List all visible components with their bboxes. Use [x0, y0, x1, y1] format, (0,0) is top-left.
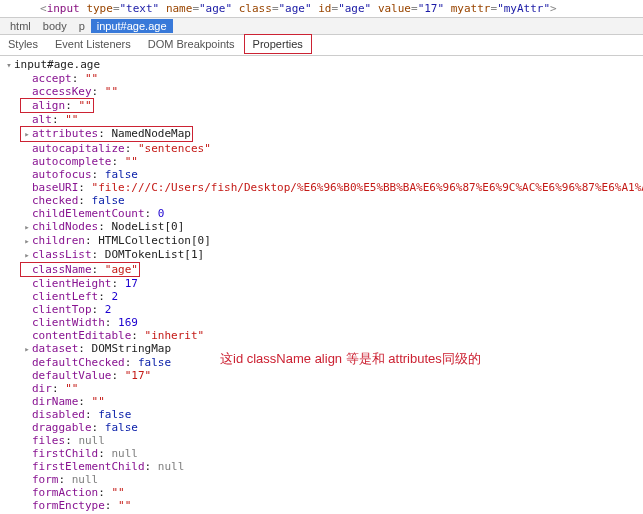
- property-value: "": [125, 155, 138, 168]
- property-value: 2: [105, 303, 112, 316]
- properties-panel[interactable]: input#age.age accept: ""accessKey: ""ali…: [0, 56, 643, 514]
- property-key: form: [32, 473, 59, 486]
- property-row[interactable]: firstElementChild: null: [4, 460, 643, 473]
- property-row[interactable]: align: "": [4, 98, 643, 113]
- property-row[interactable]: dir: "": [4, 382, 643, 395]
- property-row[interactable]: files: null: [4, 434, 643, 447]
- expand-arrow-icon[interactable]: [4, 59, 14, 72]
- root-object-row[interactable]: input#age.age: [4, 58, 643, 72]
- property-value: DOMStringMap: [92, 342, 171, 355]
- property-row[interactable]: autocapitalize: "sentences": [4, 142, 643, 155]
- property-value: false: [98, 408, 131, 421]
- property-key: accept: [32, 72, 72, 85]
- breadcrumb-item[interactable]: body: [37, 19, 73, 33]
- property-key: className: [32, 263, 92, 276]
- property-value: "inherit": [145, 329, 205, 342]
- breadcrumb-item-selected[interactable]: input#age.age: [91, 19, 173, 33]
- tab-properties[interactable]: Properties: [244, 34, 312, 54]
- expand-arrow-icon[interactable]: [22, 343, 32, 356]
- property-value: 0: [158, 207, 165, 220]
- property-key: draggable: [32, 421, 92, 434]
- property-key: classList: [32, 248, 92, 261]
- property-row[interactable]: contentEditable: "inherit": [4, 329, 643, 342]
- property-row[interactable]: clientLeft: 2: [4, 290, 643, 303]
- property-value: false: [105, 421, 138, 434]
- property-key: dataset: [32, 342, 78, 355]
- expand-arrow-icon[interactable]: [22, 235, 32, 248]
- property-value: false: [138, 356, 171, 369]
- property-value: "": [65, 113, 78, 126]
- devtools-tabs: StylesEvent ListenersDOM BreakpointsProp…: [0, 35, 643, 56]
- expand-arrow-icon[interactable]: [22, 249, 32, 262]
- breadcrumb-item[interactable]: html: [4, 19, 37, 33]
- property-key: defaultChecked: [32, 356, 125, 369]
- property-value: false: [105, 168, 138, 181]
- expand-arrow-icon[interactable]: [22, 221, 32, 234]
- property-value: HTMLCollection[0]: [98, 234, 211, 247]
- tab-styles[interactable]: Styles: [0, 35, 47, 55]
- property-key: align: [32, 99, 65, 112]
- property-row[interactable]: clientHeight: 17: [4, 277, 643, 290]
- property-key: disabled: [32, 408, 85, 421]
- property-row[interactable]: clientTop: 2: [4, 303, 643, 316]
- property-key: clientTop: [32, 303, 92, 316]
- property-value: "": [78, 99, 91, 112]
- property-key: accessKey: [32, 85, 92, 98]
- property-value: "": [105, 85, 118, 98]
- property-value: DOMTokenList[1]: [105, 248, 204, 261]
- property-key: clientHeight: [32, 277, 111, 290]
- property-value: null: [72, 473, 99, 486]
- property-key: dir: [32, 382, 52, 395]
- property-row[interactable]: defaultValue: "17": [4, 369, 643, 382]
- property-row[interactable]: formEnctype: "": [4, 499, 643, 512]
- property-key: formAction: [32, 486, 98, 499]
- property-row[interactable]: formAction: "": [4, 486, 643, 499]
- property-row[interactable]: checked: false: [4, 194, 643, 207]
- breadcrumb-item[interactable]: p: [73, 19, 91, 33]
- property-key: childNodes: [32, 220, 98, 233]
- property-value: "": [111, 486, 124, 499]
- property-row[interactable]: autocomplete: "": [4, 155, 643, 168]
- source-line: <input type="text" name="age" class="age…: [0, 0, 643, 17]
- property-value: 17: [125, 277, 138, 290]
- property-row[interactable]: childElementCount: 0: [4, 207, 643, 220]
- property-row[interactable]: draggable: false: [4, 421, 643, 434]
- property-row[interactable]: dirName: "": [4, 395, 643, 408]
- property-value: "": [118, 499, 131, 512]
- property-row[interactable]: baseURI: "file:///C:/Users/fish/Desktop/…: [4, 181, 643, 194]
- tab-dom-breakpoints[interactable]: DOM Breakpoints: [140, 35, 244, 55]
- property-row[interactable]: alt: "": [4, 113, 643, 126]
- property-key: alt: [32, 113, 52, 126]
- property-key: clientWidth: [32, 316, 105, 329]
- property-value: "age": [105, 263, 138, 276]
- property-row[interactable]: accessKey: "": [4, 85, 643, 98]
- property-value: "": [85, 72, 98, 85]
- property-row[interactable]: className: "age": [4, 262, 643, 277]
- property-row[interactable]: firstChild: null: [4, 447, 643, 460]
- property-row[interactable]: disabled: false: [4, 408, 643, 421]
- tab-event-listeners[interactable]: Event Listeners: [47, 35, 140, 55]
- property-value: NamedNodeMap: [111, 127, 190, 140]
- property-row[interactable]: childNodes: NodeList[0]: [4, 220, 643, 234]
- property-row[interactable]: attributes: NamedNodeMap: [4, 126, 643, 142]
- property-value: "file:///C:/Users/fish/Desktop/%E6%96%B0…: [92, 181, 643, 194]
- property-row[interactable]: autofocus: false: [4, 168, 643, 181]
- property-value: 169: [118, 316, 138, 329]
- property-row[interactable]: accept: "": [4, 72, 643, 85]
- property-key: childElementCount: [32, 207, 145, 220]
- property-key: autocapitalize: [32, 142, 125, 155]
- expand-arrow-icon[interactable]: [22, 128, 32, 141]
- property-key: formEnctype: [32, 499, 105, 512]
- property-row[interactable]: clientWidth: 169: [4, 316, 643, 329]
- property-value: false: [92, 194, 125, 207]
- property-value: "": [65, 382, 78, 395]
- property-row[interactable]: form: null: [4, 473, 643, 486]
- property-key: firstChild: [32, 447, 98, 460]
- property-row[interactable]: children: HTMLCollection[0]: [4, 234, 643, 248]
- property-value: NodeList[0]: [111, 220, 184, 233]
- property-value: null: [158, 460, 185, 473]
- property-value: 2: [111, 290, 118, 303]
- property-key: autofocus: [32, 168, 92, 181]
- property-key: contentEditable: [32, 329, 131, 342]
- property-row[interactable]: classList: DOMTokenList[1]: [4, 248, 643, 262]
